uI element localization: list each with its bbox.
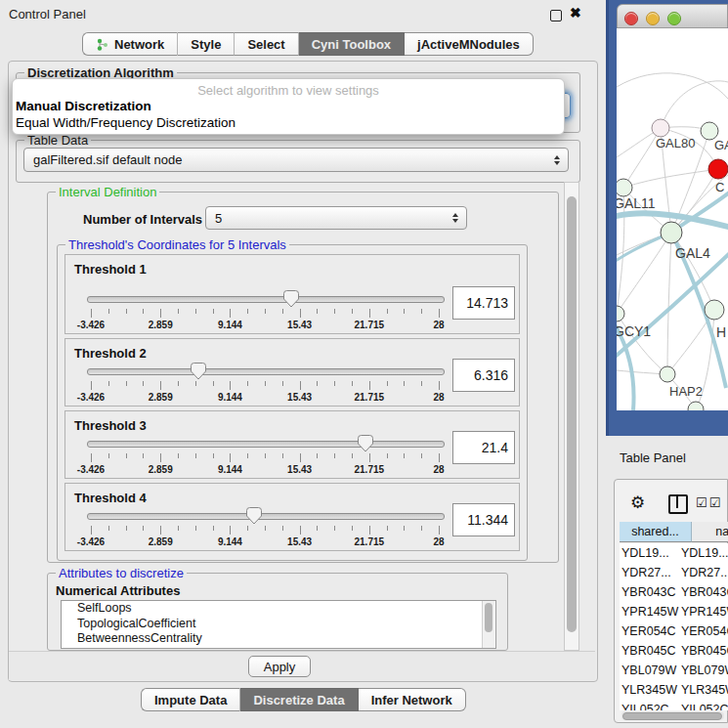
table-row[interactable]: YER054CYER054C <box>620 621 728 641</box>
slider-tick-label: 15.43 <box>287 392 312 403</box>
node-label: HAP2 <box>669 384 703 399</box>
node-label: GCY1 <box>617 323 651 339</box>
table-data-value: galFiltered.sif default node <box>33 152 182 167</box>
network-node-gal4[interactable] <box>661 222 682 243</box>
tab-network[interactable]: Network <box>82 32 178 56</box>
network-node-c[interactable] <box>708 159 728 179</box>
num-intervals-label: Number of Intervals <box>83 212 202 227</box>
slider-tick-label: 28 <box>433 320 444 330</box>
interval-definition-title: Interval Definition <box>56 185 159 199</box>
slider-tick-label: 15.43 <box>287 464 312 475</box>
slider-tick-label: 28 <box>433 536 444 547</box>
slider-thumb[interactable] <box>191 363 206 380</box>
attributes-list-scrollbar[interactable] <box>482 601 494 648</box>
minimize-traffic-light[interactable] <box>646 12 660 25</box>
slider-track[interactable] <box>87 513 445 520</box>
column-header-name[interactable]: name <box>692 522 728 542</box>
tab-infer-network[interactable]: Infer Network <box>359 688 466 711</box>
table-row[interactable]: YBR045CYBR045C <box>620 641 728 661</box>
slider-tick-label: 28 <box>433 464 444 475</box>
slider-tick-label: 9.144 <box>218 536 242 547</box>
attributes-group-title: Attributes to discretize <box>56 566 187 580</box>
apply-button[interactable]: Apply <box>248 656 311 677</box>
table-row[interactable]: YBL079WYBL079W <box>620 661 728 680</box>
network-node-gcy1[interactable] <box>617 306 624 321</box>
slider-tick-label: 21.715 <box>355 464 385 475</box>
dropdown-option-equal-width-frequency[interactable]: Equal Width/Frequency Discretization <box>16 115 236 130</box>
slider-tick-label: 15.43 <box>287 536 312 547</box>
slider-tick-label: -3.426 <box>77 320 105 330</box>
attribute-item[interactable]: SelfLoops <box>62 601 495 617</box>
table-panel-title: Table Panel <box>620 450 686 465</box>
table-row[interactable]: YDR27...YDR27... <box>620 563 728 582</box>
attribute-item[interactable]: BetweennessCentrality <box>62 631 495 647</box>
slider-tick-label: 21.715 <box>355 536 385 547</box>
table-row[interactable]: YIL052CYIL052C <box>620 700 728 710</box>
table-row[interactable]: YLR345WYLR345W <box>620 680 728 700</box>
threshold-3-label: Threshold 3 <box>74 418 147 433</box>
slider-track[interactable] <box>87 368 445 375</box>
dropdown-hint: Select algorithm to view settings <box>13 83 564 98</box>
table-data-combobox[interactable]: galFiltered.sif default node <box>23 148 569 172</box>
slider-tick-label: 28 <box>433 392 444 403</box>
num-intervals-combobox[interactable]: 5 <box>205 206 467 230</box>
network-node-gal11[interactable] <box>617 179 632 196</box>
edge <box>623 169 718 188</box>
table-rows[interactable]: YDL19...YDL19...YDR27...YDR27...YBR043CY… <box>620 543 728 710</box>
screen: Control Panel ✖ NetworkStyleSelectCyni T… <box>0 0 728 728</box>
slider-thumb[interactable] <box>246 507 262 525</box>
slider-thumb[interactable] <box>358 435 373 452</box>
network-node-gal80[interactable] <box>652 119 669 137</box>
table-horizontal-scrollbar[interactable] <box>621 711 724 720</box>
network-node[interactable] <box>688 402 704 410</box>
tab-discretize-data[interactable]: Discretize Data <box>240 688 358 711</box>
slider-tick-label: -3.426 <box>77 464 105 475</box>
slider-track[interactable] <box>87 441 445 448</box>
tab-style[interactable]: Style <box>178 32 235 56</box>
slider-tick-label: 9.144 <box>218 392 242 403</box>
slider-tick-label: -3.426 <box>77 536 105 547</box>
threshold-2-panel: Threshold 2 6.316 -3.4262.8599.14415.432… <box>64 338 520 407</box>
algorithm-dropdown-popup: Select algorithm to view settings Manual… <box>12 78 565 135</box>
slider-tick-label: 9.144 <box>218 464 242 475</box>
table-row[interactable]: YBR043CYBR043C <box>620 582 728 602</box>
table-row[interactable]: YDL19...YDL19... <box>620 543 728 563</box>
panel-scrollbar[interactable] <box>564 182 579 651</box>
slider-ticks <box>65 526 519 535</box>
node-label: H <box>716 324 726 340</box>
slider-tick-label: 21.715 <box>355 392 385 403</box>
tab-cyni-toolbox[interactable]: Cyni Toolbox <box>299 32 405 56</box>
slider-ticks <box>65 309 519 319</box>
checkbox-icons[interactable]: ☑☑ <box>696 495 722 510</box>
table-row[interactable]: YPR145WYPR145W <box>620 602 728 621</box>
slider-track[interactable] <box>87 296 445 303</box>
tab-jactivemnodules[interactable]: jActiveMNodules <box>405 32 534 56</box>
split-pane-icon[interactable] <box>668 494 688 514</box>
close-icon[interactable]: ✖ <box>570 5 581 21</box>
numerical-attributes-label: Numerical Attributes <box>56 583 180 598</box>
edge <box>661 81 728 128</box>
network-canvas[interactable]: GAL80GACGAL11GAL4GCY1HHAP2 <box>617 28 728 410</box>
float-window-icon[interactable] <box>550 10 562 21</box>
gear-icon[interactable]: ⚙ <box>630 492 645 513</box>
tab-select[interactable]: Select <box>235 32 298 56</box>
attributes-list[interactable]: SelfLoopsTopologicalCoefficientBetweenne… <box>61 600 496 649</box>
network-node-hap2[interactable] <box>660 366 675 382</box>
column-header-shared-name[interactable]: shared... <box>620 522 692 542</box>
attribute-item[interactable]: TopologicalCoefficient <box>62 617 495 632</box>
network-node-h[interactable] <box>705 300 724 320</box>
zoom-traffic-light[interactable] <box>667 12 681 25</box>
threshold-1-label: Threshold 1 <box>74 262 147 277</box>
top-tab-bar: NetworkStyleSelectCyni ToolboxjActiveMNo… <box>82 32 534 56</box>
network-icon <box>96 38 108 51</box>
slider-thumb[interactable] <box>283 290 299 308</box>
slider-tick-label: 2.859 <box>149 392 173 403</box>
slider-ticks <box>65 453 519 463</box>
tab-impute-data[interactable]: Impute Data <box>141 688 240 711</box>
slider-tick-label: 2.859 <box>149 464 173 475</box>
node-label: GA <box>714 138 728 152</box>
network-graph: GAL80GACGAL11GAL4GCY1HHAP2 <box>617 28 728 410</box>
threshold-1-panel: Threshold 1 14.713 -3.4262.8599.14415.43… <box>64 254 520 334</box>
dropdown-option-manual-discretization[interactable]: Manual Discretization <box>16 99 151 113</box>
close-traffic-light[interactable] <box>624 12 638 25</box>
